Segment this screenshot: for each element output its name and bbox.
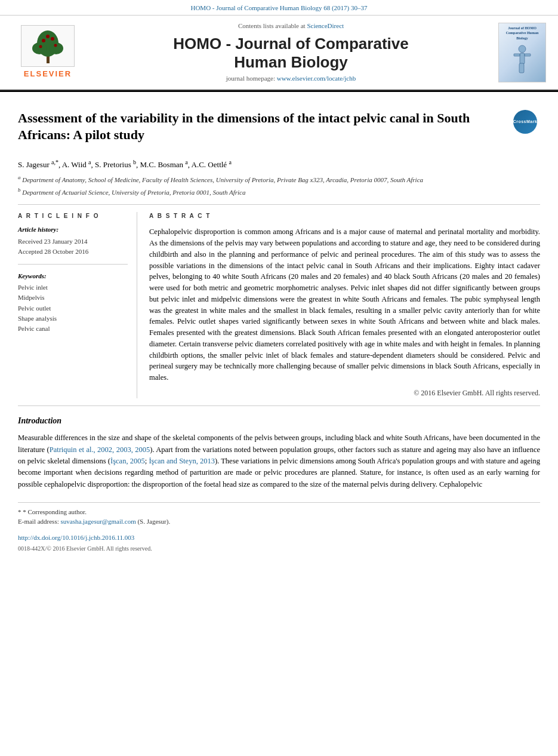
cover-title: Journal of HOMO Comparative Human Biolog… — [501, 26, 543, 41]
authors-line: S. Jagesur a,*, A. Wiid a, S. Pretorius … — [18, 158, 540, 171]
svg-rect-11 — [514, 54, 520, 56]
article-info-column: A R T I C L E I N F O Article history: R… — [18, 212, 137, 398]
section-divider — [18, 405, 540, 406]
journal-citation-text: HOMO - Journal of Comparative Human Biol… — [190, 4, 367, 11]
cover-inner: Journal of HOMO Comparative Human Biolog… — [499, 23, 545, 82]
main-content: Assessment of the variability in the dim… — [0, 101, 558, 566]
abstract-section: A B S T R A C T Cephalopelvic disproport… — [149, 212, 540, 398]
email-name: (S. Jagesur). — [137, 518, 170, 525]
elsevier-brand-text: ELSEVIER — [24, 69, 72, 79]
crossmark-badge[interactable]: CrossMark — [513, 110, 540, 137]
crossmark-circle: CrossMark — [513, 110, 537, 134]
svg-rect-13 — [519, 63, 524, 73]
elsevier-tree-image — [21, 25, 75, 67]
introduction-section: Introduction Measurable differences in t… — [18, 415, 540, 490]
article-title-section: Assessment of the variability in the dim… — [18, 110, 540, 151]
header-separator — [0, 91, 558, 92]
affiliation-a: a Department of Anatomy, School of Medic… — [18, 174, 540, 185]
svg-point-4 — [42, 39, 45, 42]
svg-rect-12 — [525, 54, 531, 56]
introduction-heading: Introduction — [18, 415, 540, 427]
science-direct-link: Contents lists available at ScienceDirec… — [90, 21, 492, 30]
keyword-1: Pelvic inlet — [18, 283, 128, 292]
copyright-notice: © 2016 Elsevier GmbH. All rights reserve… — [149, 388, 540, 398]
svg-point-2 — [32, 42, 47, 54]
keyword-5: Pelvic canal — [18, 324, 128, 333]
svg-point-9 — [519, 45, 526, 53]
abstract-title: A B S T R A C T — [149, 212, 540, 220]
journal-homepage: journal homepage: www.elsevier.com/locat… — [90, 74, 492, 83]
homepage-url-link[interactable]: www.elsevier.com/locate/jchb — [277, 75, 356, 82]
keyword-4: Shape analysis — [18, 314, 128, 323]
ref-patriquin[interactable]: Patriquin et al., 2002, 2003, 2005 — [50, 445, 150, 454]
contents-label: Contents lists available at — [238, 22, 306, 29]
article-info-title: A R T I C L E I N F O — [18, 212, 128, 220]
info-divider — [18, 264, 128, 265]
journal-cover-image: Journal of HOMO Comparative Human Biolog… — [498, 23, 546, 82]
journal-title: HOMO - Journal of Comparative Human Biol… — [90, 35, 492, 72]
homepage-label: journal homepage: — [226, 75, 275, 82]
science-direct-anchor[interactable]: ScienceDirect — [307, 22, 344, 29]
keyword-3: Pelvic outlet — [18, 304, 128, 313]
svg-point-6 — [46, 35, 50, 38]
journal-title-line1: HOMO - Journal of Comparative — [173, 35, 408, 53]
affiliation-a-text: Department of Anatomy, School of Medicin… — [22, 176, 423, 183]
keywords-section: Keywords: Pelvic inlet Midpelvis Pelvic … — [18, 272, 128, 334]
introduction-paragraph: Measurable differences in the size and s… — [18, 432, 540, 490]
svg-point-8 — [54, 44, 57, 47]
svg-point-5 — [51, 37, 54, 41]
elsevier-logo: ELSEVIER — [12, 25, 84, 79]
footnote-corresponding: * * Corresponding author. — [18, 508, 540, 517]
doi-section: http://dx.doi.org/10.1016/j.jchb.2016.11… — [18, 532, 540, 553]
footnote-section: * * Corresponding author. E-mail address… — [18, 502, 540, 526]
two-column-layout: A R T I C L E I N F O Article history: R… — [18, 212, 540, 398]
ref-iscan-steyn[interactable]: İşcan and Steyn, 2013 — [149, 457, 215, 465]
accepted-date: Accepted 28 October 2016 — [18, 247, 128, 256]
svg-rect-10 — [520, 53, 525, 64]
abstract-text: Cephalopelvic disproportion is common am… — [149, 226, 540, 383]
journal-citation-bar: HOMO - Journal of Comparative Human Biol… — [0, 0, 558, 16]
ref-iscan-2005[interactable]: İşcan, 2005 — [110, 457, 145, 465]
issn-text: 0018-442X/© 2016 Elsevier GmbH. All righ… — [18, 545, 540, 553]
journal-title-line2: Human Biology — [234, 53, 348, 71]
doi-link[interactable]: http://dx.doi.org/10.1016/j.jchb.2016.11… — [18, 534, 134, 541]
email-label: E-mail address: — [18, 518, 59, 525]
received-date: Received 23 January 2014 — [18, 237, 128, 246]
email-link[interactable]: suvasha.jagesur@gmail.com — [60, 518, 135, 525]
affiliation-b-text: Department of Actuarial Science, Univers… — [22, 189, 245, 196]
footnote-email: E-mail address: suvasha.jagesur@gmail.co… — [18, 517, 540, 526]
keywords-label: Keywords: — [18, 272, 128, 281]
divider-after-affiliations — [18, 204, 540, 205]
keyword-2: Midpelvis — [18, 293, 128, 302]
article-title: Assessment of the variability in the dim… — [18, 110, 504, 144]
affiliation-b: b Department of Actuarial Science, Unive… — [18, 186, 540, 197]
svg-point-7 — [39, 45, 42, 48]
journal-center-info: Contents lists available at ScienceDirec… — [90, 21, 492, 83]
journal-header: ELSEVIER Contents lists available at Sci… — [0, 16, 558, 90]
corresponding-label: * Corresponding author. — [23, 508, 87, 515]
history-label: Article history: — [18, 225, 128, 234]
